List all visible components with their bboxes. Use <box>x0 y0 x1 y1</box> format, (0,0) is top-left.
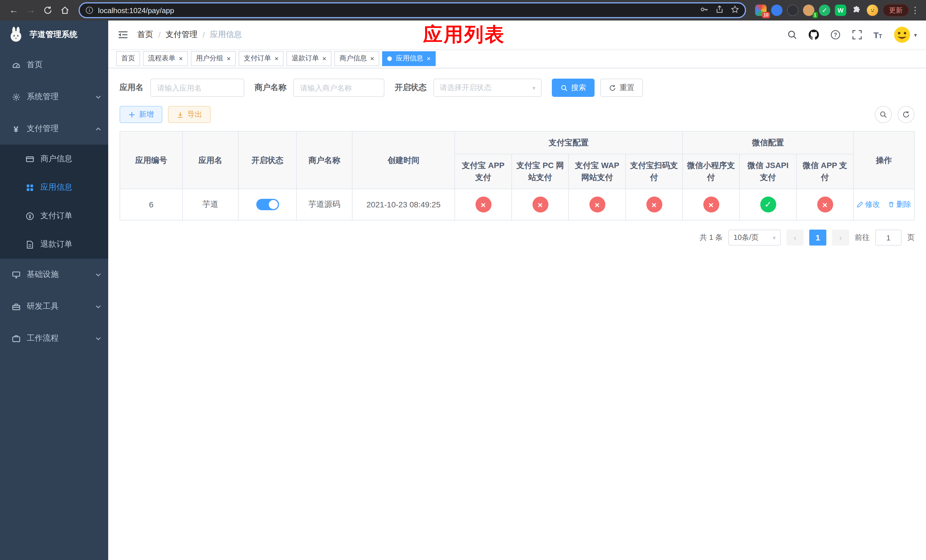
payment-submenu: 商户信息 应用信息 支付订单 <box>0 145 108 259</box>
home-button[interactable] <box>57 2 73 18</box>
tab-user-group[interactable]: 用户分组× <box>191 51 236 66</box>
delete-link[interactable]: 删除 <box>888 200 911 210</box>
update-button[interactable]: 更新 <box>883 4 909 17</box>
breadcrumb-payment[interactable]: 支付管理 <box>166 30 198 40</box>
tab-merchant-info[interactable]: 商户信息× <box>334 51 379 66</box>
download-icon <box>177 111 184 118</box>
close-icon[interactable]: × <box>179 55 183 62</box>
sidebar-toggle-icon[interactable] <box>117 29 129 41</box>
tab-label: 退款订单 <box>292 53 319 63</box>
col-header-create-time: 创建时间 <box>352 131 455 189</box>
chevron-down-icon <box>95 271 101 278</box>
prev-page-button[interactable]: ‹ <box>787 230 803 245</box>
page-button-1[interactable]: 1 <box>809 230 826 245</box>
col-header-alipay-scan: 支付宝扫码支付 <box>626 154 682 189</box>
page-size-select[interactable]: 10条/页 ▾ <box>728 230 781 245</box>
close-icon[interactable]: × <box>274 55 278 62</box>
next-page-button[interactable]: › <box>832 230 849 245</box>
back-button[interactable]: ← <box>6 2 22 18</box>
active-dot <box>387 56 392 61</box>
tab-payment-order[interactable]: 支付订单× <box>239 51 284 66</box>
grid-icon <box>25 183 34 192</box>
site-info-icon[interactable] <box>85 6 94 14</box>
col-header-wechat-jsapi: 微信 JSAPI 支付 <box>740 154 796 189</box>
sidebar-item-refund-order[interactable]: 退款订单 <box>0 230 108 259</box>
search-button[interactable]: 搜索 <box>552 79 595 97</box>
search-icon <box>560 84 568 91</box>
sidebar-item-payment-order[interactable]: 支付订单 <box>0 202 108 230</box>
help-icon[interactable]: ? <box>830 30 840 40</box>
font-size-icon[interactable]: TT <box>873 30 882 39</box>
toggle-search-button[interactable] <box>875 106 892 123</box>
refresh-icon <box>609 84 616 91</box>
sidebar-item-payment[interactable]: ¥ 支付管理 <box>0 113 108 145</box>
reload-button[interactable] <box>40 2 56 18</box>
bookmark-star-icon[interactable] <box>731 5 739 15</box>
app-logo-row[interactable]: 芋道管理系统 <box>0 21 108 49</box>
status-select[interactable]: 请选择开启状态 ▾ <box>433 79 542 97</box>
extension-icon-green-check[interactable]: ✓ <box>819 5 830 16</box>
extension-icon-tan[interactable]: 1 <box>803 5 814 16</box>
tab-label: 流程表单 <box>148 53 176 63</box>
tab-home[interactable]: 首页 <box>116 51 140 66</box>
extension-icon-wechat[interactable]: W <box>835 5 846 16</box>
order-icon <box>25 211 34 221</box>
col-header-actions: 操作 <box>853 131 914 189</box>
sidebar-item-label: 工作流程 <box>27 333 59 344</box>
user-menu[interactable]: ▾ <box>894 26 917 43</box>
sidebar-item-workflow[interactable]: 工作流程 <box>0 322 108 354</box>
status-toggle[interactable] <box>256 199 279 210</box>
refund-doc-icon <box>25 240 34 249</box>
extension-icon-dark[interactable] <box>787 5 799 16</box>
app-name-label: 应用名 <box>120 83 144 93</box>
forward-button[interactable]: → <box>23 2 39 18</box>
profile-avatar-icon[interactable] <box>867 5 878 16</box>
export-button[interactable]: 导出 <box>168 106 211 123</box>
extension-icon-colorful[interactable]: 10 <box>755 5 767 16</box>
search-icon[interactable] <box>787 30 797 40</box>
wechat-lite-status-icon: × <box>703 197 719 212</box>
tab-refund-order[interactable]: 退款订单× <box>286 51 331 66</box>
close-icon[interactable]: × <box>370 55 374 62</box>
breadcrumb: 首页 / 支付管理 / 应用信息 <box>137 30 242 40</box>
reset-button[interactable]: 重置 <box>600 79 643 97</box>
breadcrumb-home[interactable]: 首页 <box>137 30 153 40</box>
fullscreen-icon[interactable] <box>852 30 862 40</box>
tab-process-form[interactable]: 流程表单× <box>143 51 188 66</box>
close-icon[interactable]: × <box>427 55 431 62</box>
table-row: 6 芋道 芋道源码 2021-10-23 08:49:25 × × × × × <box>120 189 914 220</box>
merchant-name-input[interactable] <box>293 79 384 97</box>
col-group-wechat: 微信配置 <box>682 131 853 154</box>
close-icon[interactable]: × <box>227 55 231 62</box>
cell-create-time: 2021-10-23 08:49:25 <box>352 189 455 220</box>
tab-app-info[interactable]: 应用信息× <box>382 51 436 66</box>
close-icon[interactable]: × <box>322 55 326 62</box>
cell-merchant-name: 芋道源码 <box>297 189 352 220</box>
sidebar-item-label: 支付订单 <box>41 211 72 221</box>
chevron-down-icon: ▾ <box>533 85 535 91</box>
url-text[interactable]: localhost:1024/pay/app <box>98 6 174 15</box>
github-icon[interactable] <box>808 30 819 40</box>
extension-icon-blue[interactable] <box>771 5 782 16</box>
app-name-input[interactable] <box>150 79 244 97</box>
cell-app-name: 芋道 <box>183 189 238 220</box>
col-header-alipay-wap: 支付宝 WAP 网站支付 <box>569 154 626 189</box>
address-bar[interactable]: localhost:1024/pay/app <box>79 2 746 18</box>
goto-page-input[interactable] <box>875 230 902 245</box>
trash-icon <box>888 201 895 208</box>
card-icon <box>25 154 34 163</box>
refresh-table-button[interactable] <box>897 106 915 123</box>
browser-menu-icon[interactable]: ⋮ <box>910 5 920 15</box>
sidebar-item-home[interactable]: 首页 <box>0 49 108 81</box>
toolbox-icon <box>11 302 21 311</box>
sidebar-item-devtools[interactable]: 研发工具 <box>0 291 108 322</box>
add-button[interactable]: 新增 <box>120 106 162 123</box>
sidebar-item-system[interactable]: 系统管理 <box>0 81 108 113</box>
sidebar-item-merchant-info[interactable]: 商户信息 <box>0 145 108 173</box>
share-icon[interactable] <box>715 5 724 15</box>
password-key-icon[interactable] <box>700 5 708 15</box>
edit-link[interactable]: 修改 <box>856 200 880 210</box>
sidebar-item-app-info[interactable]: 应用信息 <box>0 173 108 202</box>
sidebar-item-infrastructure[interactable]: 基础设施 <box>0 259 108 291</box>
extensions-puzzle-icon[interactable] <box>851 5 862 16</box>
